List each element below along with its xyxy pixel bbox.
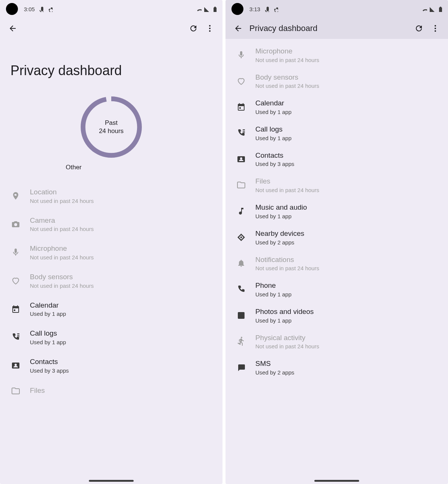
bell-icon	[236, 258, 246, 268]
permission-item-mic[interactable]: MicrophoneNot used in past 24 hours	[225, 42, 448, 68]
permission-item-location[interactable]: LocationNot used in past 24 hours	[0, 182, 223, 210]
mic-status-icon	[263, 6, 269, 12]
nav-pill[interactable]	[314, 480, 359, 482]
permission-item-nearby[interactable]: Nearby devicesUsed by 2 apps	[225, 224, 448, 250]
permission-item-mic[interactable]: MicrophoneNot used in past 24 hours	[0, 238, 223, 266]
contacts-icon	[236, 154, 246, 164]
app-bar	[0, 18, 223, 39]
permission-item-files[interactable]: Files	[0, 380, 223, 402]
nav-pill[interactable]	[89, 480, 134, 482]
more-button[interactable]	[427, 20, 444, 37]
more-vert-icon	[431, 24, 440, 33]
permission-subtitle: Not used in past 24 hours	[30, 254, 212, 261]
gear-status-icon	[272, 6, 278, 12]
sms-icon	[236, 362, 246, 373]
more-vert-icon	[205, 24, 214, 33]
permission-title: Body sensors	[255, 73, 438, 82]
permission-title: Music and audio	[255, 203, 438, 212]
permission-item-music[interactable]: Music and audioUsed by 1 app	[225, 198, 448, 224]
permission-list: LocationNot used in past 24 hoursCameraN…	[0, 179, 223, 405]
status-bar: 3:05	[0, 0, 223, 18]
permission-item-heart[interactable]: Body sensorsNot used in past 24 hours	[0, 266, 223, 295]
heart-icon	[10, 275, 21, 286]
back-button[interactable]	[230, 20, 246, 37]
app-bar-title: Privacy dashboard	[249, 24, 317, 33]
permission-subtitle: Not used in past 24 hours	[30, 283, 212, 289]
image-icon	[236, 310, 246, 321]
ring-label-line2: 24 hours	[99, 127, 124, 135]
permission-item-image[interactable]: Photos and videosUsed by 1 app	[225, 302, 448, 329]
permission-item-contacts[interactable]: ContactsUsed by 3 apps	[0, 351, 223, 380]
permission-item-files[interactable]: FilesNot used in past 24 hours	[225, 172, 448, 198]
wifi-icon	[421, 6, 427, 12]
mic-status-icon	[38, 6, 44, 12]
permission-item-calllog[interactable]: Call logsUsed by 1 app	[225, 120, 448, 146]
permission-subtitle: Used by 3 apps	[30, 367, 212, 374]
permission-title: Camera	[30, 216, 212, 225]
permission-subtitle: Not used in past 24 hours	[255, 343, 438, 349]
heart-icon	[236, 76, 246, 86]
page-title: Privacy dashboard	[0, 39, 223, 93]
permission-item-run[interactable]: Physical activityNot used in past 24 hou…	[225, 329, 448, 355]
phone-screenshot-right: 3:13 Privacy dashboard Micropho	[225, 0, 448, 484]
permission-title: Microphone	[255, 47, 438, 56]
battery-icon	[211, 6, 217, 12]
app-bar: Privacy dashboard	[225, 18, 448, 39]
permission-subtitle: Used by 3 apps	[255, 161, 438, 167]
avatar	[6, 3, 18, 15]
permission-item-heart[interactable]: Body sensorsNot used in past 24 hours	[225, 68, 448, 94]
permission-item-phone[interactable]: PhoneUsed by 1 app	[225, 276, 448, 302]
permission-item-sms[interactable]: SMSUsed by 2 apps	[225, 354, 448, 380]
refresh-button[interactable]	[411, 20, 427, 37]
wifi-icon	[196, 6, 202, 12]
avatar	[231, 3, 243, 15]
permission-subtitle: Not used in past 24 hours	[255, 187, 438, 193]
permission-subtitle: Not used in past 24 hours	[30, 198, 212, 204]
permission-title: Calendar	[30, 301, 212, 310]
music-icon	[236, 206, 246, 216]
phone-icon	[236, 284, 246, 295]
refresh-icon	[189, 24, 198, 33]
calendar-icon	[236, 102, 246, 112]
permission-title: Location	[30, 188, 212, 197]
permission-title: Calendar	[255, 99, 438, 108]
permission-item-contacts[interactable]: ContactsUsed by 3 apps	[225, 146, 448, 172]
refresh-button[interactable]	[185, 20, 202, 37]
calendar-icon	[10, 304, 21, 314]
run-icon	[236, 336, 246, 346]
back-icon	[234, 24, 243, 33]
permission-item-calendar[interactable]: CalendarUsed by 1 app	[0, 295, 223, 323]
permission-title: Files	[255, 177, 438, 186]
camera-icon	[10, 219, 21, 229]
permission-subtitle: Not used in past 24 hours	[255, 83, 438, 89]
usage-chart: Past 24 hours Other	[0, 93, 223, 179]
permission-subtitle: Not used in past 24 hours	[255, 57, 438, 63]
permission-item-calendar[interactable]: CalendarUsed by 1 app	[225, 94, 448, 120]
permission-subtitle: Used by 1 app	[255, 135, 438, 141]
permission-title: Call logs	[255, 125, 438, 134]
permission-title: Nearby devices	[255, 229, 438, 238]
refresh-icon	[414, 24, 423, 33]
back-button[interactable]	[4, 20, 21, 37]
gear-status-icon	[47, 6, 53, 12]
permission-title: Contacts	[30, 357, 212, 367]
permission-item-bell[interactable]: NotificationsNot used in past 24 hours	[225, 250, 448, 277]
permission-subtitle: Used by 1 app	[255, 317, 438, 324]
ring-legend: Other	[66, 164, 82, 171]
permission-subtitle: Used by 1 app	[255, 291, 438, 298]
permission-item-calllog[interactable]: Call logsUsed by 1 app	[0, 323, 223, 351]
permission-subtitle: Not used in past 24 hours	[255, 265, 438, 271]
signal-icon	[429, 6, 435, 12]
more-button[interactable]	[202, 20, 218, 37]
permission-subtitle: Used by 1 app	[30, 311, 212, 317]
signal-icon	[203, 6, 209, 12]
files-icon	[236, 180, 246, 190]
calllog-icon	[10, 332, 21, 342]
permission-subtitle: Not used in past 24 hours	[30, 226, 212, 232]
permission-list: MicrophoneNot used in past 24 hoursBody …	[225, 39, 448, 383]
permission-item-camera[interactable]: CameraNot used in past 24 hours	[0, 210, 223, 238]
nearby-icon	[236, 232, 246, 243]
permission-title: Body sensors	[30, 272, 212, 282]
permission-subtitle: Used by 2 apps	[255, 369, 438, 376]
contacts-icon	[10, 360, 21, 371]
